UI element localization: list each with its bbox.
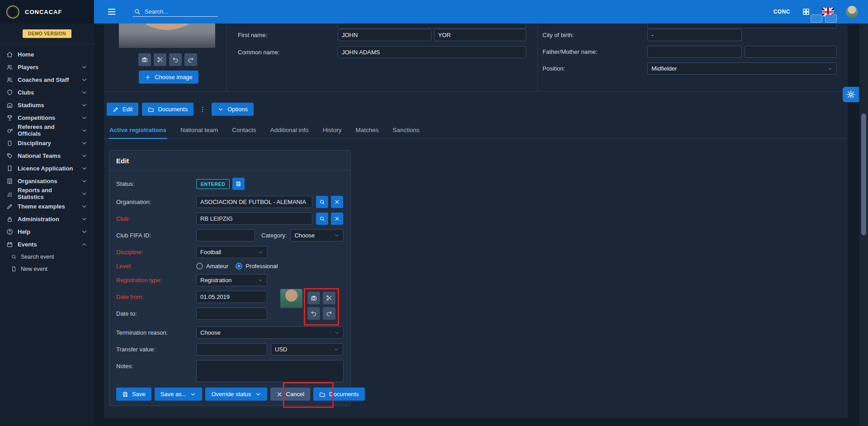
- notes-textarea[interactable]: [196, 360, 344, 382]
- sidebar-header: CONCACAF: [0, 0, 94, 24]
- choose-image-button[interactable]: Choose image: [139, 71, 198, 84]
- transfer-value-label: Transfer value:: [116, 346, 196, 353]
- notes-label: Notes:: [116, 360, 196, 369]
- sidebar-subitem-label: New event: [21, 266, 47, 272]
- edit-button[interactable]: Edit: [107, 103, 138, 116]
- organisation-search-button[interactable]: [316, 196, 328, 208]
- player-header-section: Choose image First name: Common name: Ci…: [104, 24, 848, 91]
- org-code-label: CONC: [774, 9, 790, 15]
- save-button[interactable]: Save: [116, 388, 151, 401]
- sidebar-item-label: Disciplinary: [18, 140, 51, 147]
- sidebar-item-national-teams[interactable]: National Teams: [0, 149, 94, 162]
- transfer-value-input[interactable]: [196, 343, 267, 355]
- date-to-label: Date to:: [116, 310, 196, 317]
- camera-icon[interactable]: [138, 53, 151, 66]
- card-title: Edit: [116, 157, 344, 165]
- partial-input-top-right[interactable]: [647, 24, 837, 28]
- sidebar-item-help[interactable]: Help: [0, 225, 94, 238]
- plus-icon: [145, 74, 151, 80]
- close-icon: [334, 199, 340, 205]
- position-select[interactable]: Midfielder: [647, 62, 837, 75]
- date-from-input[interactable]: [196, 291, 267, 303]
- global-search: [133, 7, 218, 17]
- club-search-button[interactable]: [316, 213, 328, 225]
- club-clear-button[interactable]: [331, 213, 343, 225]
- sidebar-item-events[interactable]: Events: [0, 238, 94, 251]
- registration-type-select[interactable]: Registration: [196, 274, 267, 286]
- highlight-box-documents: [283, 382, 334, 408]
- crop-icon[interactable]: [323, 292, 335, 304]
- sidebar-item-search-event[interactable]: Search event: [0, 251, 94, 263]
- level-professional-radio[interactable]: [236, 263, 242, 270]
- category-select[interactable]: Choose: [290, 229, 344, 241]
- discipline-select[interactable]: Football: [196, 246, 267, 258]
- apps-grid-icon[interactable]: [802, 8, 810, 16]
- sidebar-item-clubs[interactable]: Clubs: [0, 86, 94, 99]
- user-avatar[interactable]: [846, 6, 858, 18]
- camera-icon[interactable]: [307, 292, 320, 304]
- status-save-button[interactable]: [232, 178, 245, 190]
- tab-history[interactable]: History: [321, 124, 342, 139]
- level-amateur-radio[interactable]: [196, 263, 203, 270]
- last-name-input[interactable]: [434, 29, 526, 41]
- quick-action-button-1[interactable]: [811, 14, 822, 23]
- transfer-value-row: Transfer value: USD: [116, 343, 344, 355]
- tab-active-registrations[interactable]: Active registrations: [108, 124, 167, 139]
- tab-contacts[interactable]: Contacts: [231, 124, 257, 139]
- organisation-clear-button[interactable]: [331, 196, 343, 208]
- city-of-birth-input[interactable]: [647, 29, 742, 41]
- more-actions-icon[interactable]: [197, 106, 208, 113]
- documents-button[interactable]: Documents: [142, 103, 193, 116]
- club-fifa-id-input[interactable]: [196, 229, 255, 241]
- detail-tabs: Active registrations National team Conta…: [104, 124, 848, 139]
- first-name-input[interactable]: [338, 29, 431, 41]
- sidebar-item-label: National Teams: [18, 152, 61, 159]
- date-to-input[interactable]: [196, 308, 267, 320]
- menu-icon[interactable]: [107, 7, 117, 17]
- settings-gear-icon[interactable]: [843, 87, 859, 102]
- rotate-left-icon[interactable]: [169, 53, 182, 66]
- rotate-left-icon[interactable]: [307, 307, 320, 320]
- sidebar-item-stadiums[interactable]: Stadiums: [0, 99, 94, 111]
- sidebar-item-administration[interactable]: Administration: [0, 213, 94, 225]
- sidebar-item-competitions[interactable]: Competitions: [0, 111, 94, 124]
- brand-name: CONCACAF: [25, 9, 62, 15]
- sidebar-item-label: Licence Application: [18, 165, 73, 172]
- position-value: Midfielder: [651, 65, 677, 72]
- sidebar-item-coaches-and-staff[interactable]: Coaches and Staff: [0, 73, 94, 86]
- tab-matches[interactable]: Matches: [354, 124, 379, 139]
- crop-icon[interactable]: [154, 53, 166, 66]
- chevron-down-icon: [81, 140, 88, 147]
- search-input[interactable]: [145, 8, 217, 15]
- father-name-input[interactable]: [647, 46, 742, 58]
- sidebar-item-licence-application[interactable]: Licence Application: [0, 162, 94, 175]
- sidebar-item-organisations[interactable]: Organisations: [0, 175, 94, 187]
- options-button[interactable]: Options: [212, 103, 254, 116]
- sidebar-item-home[interactable]: Home: [0, 48, 94, 61]
- club-input[interactable]: [196, 213, 312, 225]
- organisation-input[interactable]: [196, 196, 312, 208]
- rotate-right-icon[interactable]: [184, 53, 197, 66]
- termination-reason-select[interactable]: Choose: [196, 327, 344, 339]
- tab-additional-info[interactable]: Additional info: [269, 124, 310, 139]
- sidebar-item-theme-examples[interactable]: Theme examples: [0, 200, 94, 213]
- sidebar-item-label: Home: [18, 51, 34, 58]
- override-status-button[interactable]: Override status: [205, 388, 267, 401]
- sidebar-item-referees-and-officials[interactable]: Referees and Officials: [0, 124, 94, 137]
- quick-action-button-2[interactable]: [825, 14, 837, 23]
- scrollbar-thumb[interactable]: [861, 114, 866, 235]
- currency-select[interactable]: USD: [271, 343, 343, 355]
- save-as-button[interactable]: Save as...: [155, 388, 203, 401]
- sidebar-item-disciplinary[interactable]: Disciplinary: [0, 137, 94, 149]
- mother-name-input[interactable]: [745, 46, 837, 58]
- floppy-icon: [122, 391, 128, 398]
- sidebar-item-players[interactable]: Players: [0, 61, 94, 73]
- partial-input-top-left[interactable]: [338, 24, 526, 28]
- sidebar-item-reports-and-statistics[interactable]: Reports and Statistics: [0, 187, 94, 200]
- sidebar-item-new-event[interactable]: New event: [0, 263, 94, 275]
- quick-actions: [811, 14, 837, 23]
- tab-national-team[interactable]: National team: [179, 124, 219, 139]
- tab-sanctions[interactable]: Sanctions: [392, 124, 420, 139]
- rotate-right-icon[interactable]: [323, 307, 335, 320]
- common-name-input[interactable]: [338, 46, 526, 58]
